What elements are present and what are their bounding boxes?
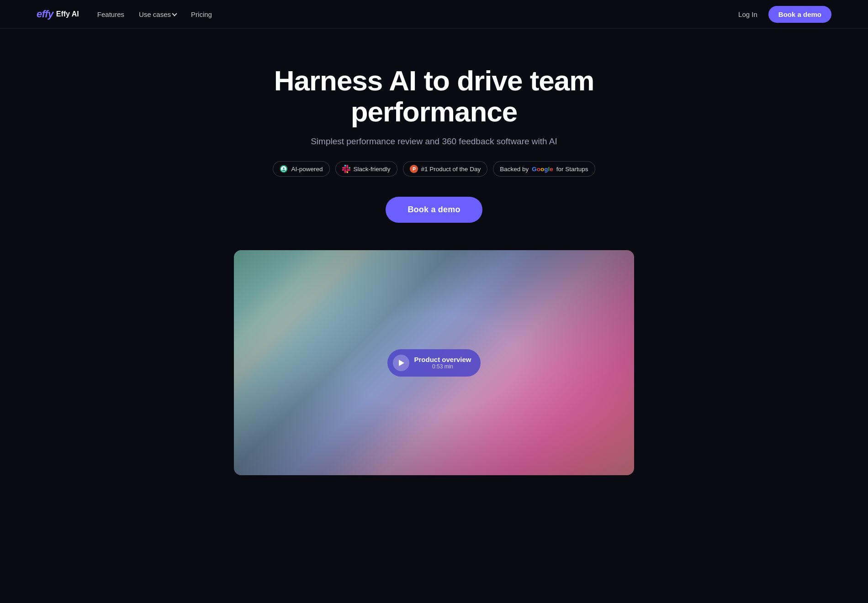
play-triangle-icon	[399, 360, 404, 366]
badge-slack-label: Slack-friendly	[354, 166, 391, 173]
video-duration: 0:53 min	[414, 363, 471, 370]
nav-login-link[interactable]: Log In	[738, 10, 757, 18]
video-title: Product overview	[414, 356, 471, 363]
video-preview[interactable]: Product overview 0:53 min	[234, 250, 634, 475]
hero-book-demo-button[interactable]: Book a demo	[386, 197, 482, 223]
nav-book-demo-button[interactable]: Book a demo	[768, 6, 831, 23]
play-button[interactable]: Product overview 0:53 min	[387, 349, 480, 377]
badge-ai-powered-label: AI-powered	[291, 166, 323, 173]
navbar: effy Effy AI Features Use cases Pricing …	[0, 0, 868, 29]
google-logo-icon: Google	[532, 166, 553, 173]
play-circle-icon	[393, 355, 409, 371]
video-gradient-bg: Product overview 0:53 min	[234, 250, 634, 475]
nav-link-use-cases[interactable]: Use cases	[139, 10, 176, 18]
product-hunt-icon	[410, 165, 418, 173]
nav-link-features[interactable]: Features	[97, 10, 124, 18]
logo-name-text: Effy AI	[56, 10, 79, 18]
hero-title: Harness AI to drive team performance	[228, 65, 640, 127]
badge-ai-powered: AI-powered	[273, 161, 329, 177]
nav-links: Features Use cases Pricing	[97, 10, 212, 18]
nav-link-pricing[interactable]: Pricing	[191, 10, 212, 18]
badges-row: AI-powered Slack-friendly	[273, 161, 595, 177]
chevron-down-icon	[172, 11, 177, 16]
badge-google-backed-prefix: Backed by	[500, 166, 529, 173]
badge-google-startups-suffix: for Startups	[556, 166, 588, 173]
badge-product-of-day: #1 Product of the Day	[403, 161, 488, 177]
nav-left: effy Effy AI Features Use cases Pricing	[37, 8, 212, 20]
play-text-group: Product overview 0:53 min	[414, 356, 471, 370]
hero-subtitle: Simplest performance review and 360 feed…	[311, 136, 557, 147]
badge-product-hunt-label: #1 Product of the Day	[421, 166, 481, 173]
logo-effy-text: effy	[37, 8, 53, 20]
badge-slack-friendly: Slack-friendly	[335, 161, 397, 177]
logo[interactable]: effy Effy AI	[37, 8, 79, 20]
nav-right: Log In Book a demo	[738, 6, 831, 23]
slack-icon	[342, 165, 350, 173]
hero-section: Harness AI to drive team performance Sim…	[0, 29, 868, 503]
badge-google-startups: Backed by Google for Startups	[493, 161, 595, 177]
ai-powered-icon	[280, 165, 288, 173]
